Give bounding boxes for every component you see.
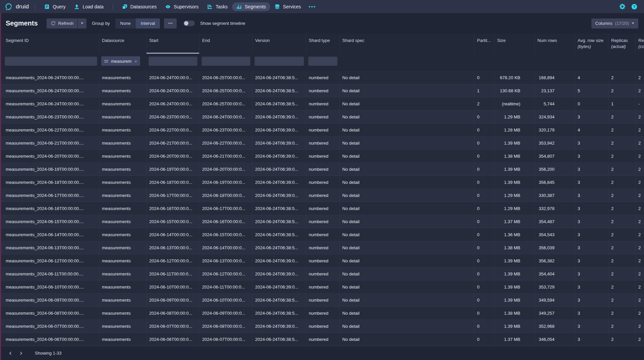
- cell-num-rows[interactable]: 356,845: [535, 176, 575, 189]
- cell-datasource[interactable]: measurements: [99, 123, 147, 136]
- cell-shard-type[interactable]: numbered: [306, 202, 340, 215]
- cell-partition[interactable]: 0: [474, 163, 494, 175]
- cell-replication-factor[interactable]: 2: [636, 150, 644, 162]
- cell-shard-type[interactable]: numbered: [306, 110, 340, 123]
- cell-segment-id[interactable]: measurements_2024-06-19T00:00:00....: [0, 163, 99, 175]
- cell-version[interactable]: 2024-06-24T06:39:0...: [252, 189, 306, 202]
- cell-size[interactable]: 1.37 MB: [494, 215, 535, 228]
- cell-shard-spec[interactable]: No detail: [340, 84, 474, 97]
- cell-shard-spec[interactable]: No detail: [340, 110, 474, 123]
- column-header-segment-id[interactable]: Segment ID: [0, 34, 99, 54]
- cell-num-rows[interactable]: 356,200: [535, 163, 575, 175]
- cell-num-rows[interactable]: 353,942: [535, 137, 575, 149]
- refresh-button[interactable]: Refresh: [47, 18, 78, 29]
- filter-input-segment-id[interactable]: [5, 56, 97, 66]
- cell-segment-id[interactable]: measurements_2024-06-21T00:00:00....: [0, 137, 99, 149]
- cell-version[interactable]: 2024-06-24T06:38:5...: [252, 97, 306, 110]
- cell-replicas[interactable]: 2: [608, 84, 636, 97]
- cell-version[interactable]: 2024-06-24T06:39:0...: [252, 280, 306, 293]
- cell-datasource[interactable]: measurements: [99, 137, 147, 149]
- cell-segment-id[interactable]: measurements_2024-06-22T00:00:00....: [0, 123, 99, 136]
- cell-num-rows[interactable]: 320,179: [535, 123, 575, 136]
- cell-avg-row-size[interactable]: 3: [575, 280, 608, 293]
- cell-shard-type[interactable]: numbered: [306, 123, 340, 136]
- cell-replicas[interactable]: 2: [608, 176, 636, 189]
- cell-shard-spec[interactable]: No detail: [340, 254, 474, 267]
- cell-version[interactable]: 2024-06-24T06:38:5...: [252, 228, 306, 241]
- cell-segment-id[interactable]: measurements_2024-06-18T00:00:00....: [0, 176, 99, 189]
- cell-end[interactable]: 2024-06-17T00:00:0...: [199, 202, 252, 215]
- cell-end[interactable]: 2024-06-11T00:00:0...: [199, 280, 252, 293]
- cell-end[interactable]: 2024-06-24T00:00:0...: [199, 110, 252, 123]
- cell-avg-row-size[interactable]: 3: [575, 150, 608, 162]
- cell-avg-row-size[interactable]: 3: [575, 294, 608, 306]
- column-header-start[interactable]: Start: [147, 34, 199, 54]
- cell-replicas[interactable]: 2: [608, 202, 636, 215]
- next-page-button[interactable]: [17, 349, 25, 358]
- cell-version[interactable]: 2024-06-24T06:38:5...: [252, 215, 306, 228]
- cell-shard-type[interactable]: numbered: [306, 333, 340, 346]
- cell-start[interactable]: 2024-06-09T00:00:0...: [147, 294, 199, 306]
- cell-num-rows[interactable]: 346,054: [535, 333, 575, 346]
- cell-datasource[interactable]: measurements: [99, 97, 147, 110]
- cell-partition[interactable]: 0: [474, 137, 494, 149]
- cell-avg-row-size[interactable]: 3: [575, 189, 608, 202]
- cell-replicas[interactable]: 2: [608, 163, 636, 175]
- cell-avg-row-size[interactable]: 3: [575, 307, 608, 319]
- cell-datasource[interactable]: measurements: [99, 320, 147, 332]
- cell-end[interactable]: 2024-06-15T00:00:0...: [199, 228, 252, 241]
- cell-segment-id[interactable]: measurements_2024-06-06T00:00:00....: [0, 333, 99, 346]
- nav-item-supervisors[interactable]: Supervisors: [161, 2, 203, 11]
- cell-start[interactable]: 2024-06-22T00:00:0...: [147, 123, 199, 136]
- cell-segment-id[interactable]: measurements_2024-06-12T00:00:00....: [0, 254, 99, 267]
- column-header-version[interactable]: Version: [252, 34, 306, 54]
- cell-partition[interactable]: 0: [474, 280, 494, 293]
- cell-datasource[interactable]: measurements: [99, 241, 147, 254]
- cell-size[interactable]: 1.39 MB: [494, 280, 535, 293]
- remove-filter-icon[interactable]: ×: [134, 59, 137, 64]
- cell-replicas[interactable]: 2: [608, 228, 636, 241]
- cell-segment-id[interactable]: measurements_2024-06-24T00:00:00....: [0, 84, 99, 97]
- cell-replication-factor[interactable]: 2: [636, 307, 644, 319]
- cell-shard-type[interactable]: numbered: [306, 137, 340, 149]
- cell-replicas[interactable]: 2: [608, 241, 636, 254]
- cell-shard-spec[interactable]: No detail: [340, 333, 474, 346]
- cell-num-rows[interactable]: 330,387: [535, 189, 575, 202]
- cell-partition[interactable]: 0: [474, 320, 494, 332]
- cell-replication-factor[interactable]: 2: [636, 202, 644, 215]
- cell-size[interactable]: 1.39 MB: [494, 294, 535, 306]
- cell-replication-factor[interactable]: 2: [636, 189, 644, 202]
- nav-item-query[interactable]: Query: [40, 2, 70, 11]
- nav-item-services[interactable]: Services: [270, 2, 305, 11]
- column-header-size[interactable]: Size: [494, 34, 535, 54]
- cell-datasource[interactable]: measurements: [99, 110, 147, 123]
- refresh-options-button[interactable]: [78, 18, 86, 29]
- cell-version[interactable]: 2024-06-24T06:39:0...: [252, 267, 306, 280]
- segment-timeline-toggle[interactable]: [183, 20, 195, 26]
- cell-shard-type[interactable]: numbered: [306, 254, 340, 267]
- cell-segment-id[interactable]: measurements_2024-06-15T00:00:00....: [0, 215, 99, 228]
- filter-input-version[interactable]: [254, 56, 304, 66]
- cell-avg-row-size[interactable]: 3: [575, 228, 608, 241]
- cell-segment-id[interactable]: measurements_2024-06-13T00:00:00....: [0, 241, 99, 254]
- cell-replicas[interactable]: 2: [608, 280, 636, 293]
- cell-shard-type[interactable]: numbered: [306, 307, 340, 319]
- cell-avg-row-size[interactable]: 3: [575, 241, 608, 254]
- cell-replication-factor[interactable]: 2: [636, 294, 644, 306]
- cell-partition[interactable]: 0: [474, 333, 494, 346]
- cell-partition[interactable]: 0: [474, 307, 494, 319]
- cell-replicas[interactable]: 2: [608, 333, 636, 346]
- cell-shard-type[interactable]: numbered: [306, 294, 340, 306]
- cell-replicas[interactable]: 2: [608, 215, 636, 228]
- cell-segment-id[interactable]: measurements_2024-06-16T00:00:00....: [0, 202, 99, 215]
- cell-replication-factor[interactable]: 2: [636, 280, 644, 293]
- cell-shard-spec[interactable]: No detail: [340, 176, 474, 189]
- cell-num-rows[interactable]: 354,487: [535, 215, 575, 228]
- cell-size[interactable]: 1.38 MB: [494, 150, 535, 162]
- cell-partition[interactable]: 0: [474, 110, 494, 123]
- cell-version[interactable]: 2024-06-24T06:39:0...: [252, 123, 306, 136]
- cell-replicas[interactable]: 2: [608, 71, 636, 84]
- cell-end[interactable]: 2024-06-10T00:00:0...: [199, 294, 252, 306]
- cell-replicas[interactable]: 2: [608, 189, 636, 202]
- cell-avg-row-size[interactable]: 3: [575, 333, 608, 346]
